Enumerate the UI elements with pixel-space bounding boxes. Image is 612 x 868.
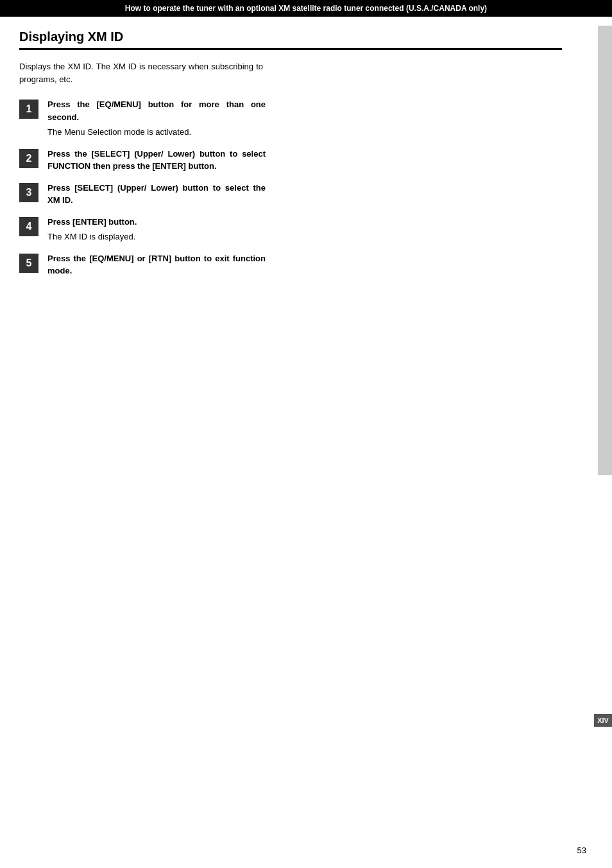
step-3-content: Press [SELECT] (Upper/ Lower) button to …	[47, 182, 562, 207]
step-1-content: Press the [EQ/MENU] button for more than…	[47, 98, 562, 139]
step-4-instruction: Press [ENTER] button.	[47, 216, 266, 229]
step-4-note: The XM ID is displayed.	[47, 230, 562, 243]
step-5: 5 Press the [EQ/MENU] or [RTN] button to…	[19, 252, 562, 277]
step-1: 1 Press the [EQ/MENU] button for more th…	[19, 98, 562, 139]
page-wrapper: How to operate the tuner with an optiona…	[0, 0, 612, 868]
step-2-content: Press the [SELECT] (Upper/ Lower) button…	[47, 148, 562, 173]
step-3-instruction: Press [SELECT] (Upper/ Lower) button to …	[47, 182, 266, 207]
step-1-instruction: Press the [EQ/MENU] button for more than…	[47, 98, 266, 123]
step-5-badge: 5	[19, 254, 38, 273]
page-number: 53	[577, 846, 586, 855]
header-bar: How to operate the tuner with an optiona…	[0, 0, 612, 17]
step-2-badge: 2	[19, 149, 38, 168]
header-text: How to operate the tuner with an optiona…	[125, 4, 487, 13]
intro-paragraph: Displays the XM ID. The XM ID is necessa…	[19, 60, 263, 85]
step-2: 2 Press the [SELECT] (Upper/ Lower) butt…	[19, 148, 562, 173]
step-5-content: Press the [EQ/MENU] or [RTN] button to e…	[47, 252, 562, 277]
section-title: Displaying XM ID	[19, 30, 562, 50]
step-4-badge: 4	[19, 217, 38, 236]
step-1-badge: 1	[19, 100, 38, 119]
xiv-label: XIV	[594, 714, 612, 727]
step-2-instruction: Press the [SELECT] (Upper/ Lower) button…	[47, 148, 266, 173]
step-5-instruction: Press the [EQ/MENU] or [RTN] button to e…	[47, 252, 266, 277]
steps-container: 1 Press the [EQ/MENU] button for more th…	[19, 98, 562, 277]
step-3-badge: 3	[19, 183, 38, 202]
main-content: Displaying XM ID Displays the XM ID. The…	[0, 17, 594, 299]
right-side-tab	[598, 26, 612, 475]
step-4-content: Press [ENTER] button. The XM ID is displ…	[47, 216, 562, 243]
step-3: 3 Press [SELECT] (Upper/ Lower) button t…	[19, 182, 562, 207]
step-4: 4 Press [ENTER] button. The XM ID is dis…	[19, 216, 562, 243]
step-1-note: The Menu Selection mode is activated.	[47, 126, 562, 139]
